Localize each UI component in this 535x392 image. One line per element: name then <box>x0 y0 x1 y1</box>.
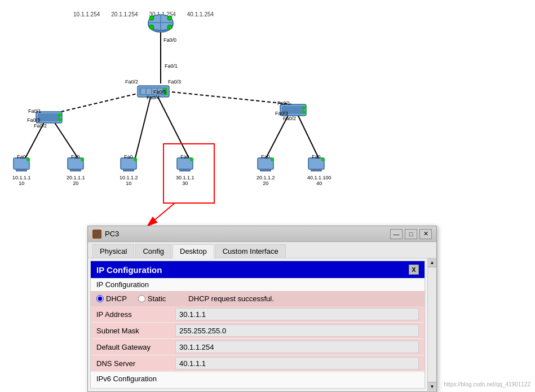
pc20-fa0-label: Fa0 <box>71 154 80 160</box>
pc-10-2-tag: 10 <box>120 180 138 186</box>
dns-server-value[interactable]: 40.1.1.1 <box>175 357 419 369</box>
svg-point-35 <box>302 111 306 114</box>
svg-point-19 <box>149 25 154 29</box>
dialog-tabs: Physical Config Desktop Custom Interface <box>88 242 436 258</box>
dhcp-status: DHCP request successful. <box>188 294 274 303</box>
fa02-label: Fa0/2 <box>125 79 138 85</box>
dialog-content: IP Configuration X IP Configuration DHCP… <box>88 258 436 391</box>
left-fa01-label: Fa0/1 <box>28 108 41 114</box>
svg-point-16 <box>167 16 172 20</box>
fa00-label: Fa0/0 <box>163 37 176 43</box>
pc-30-1-1-1[interactable]: 30.1.1.1 30 <box>176 157 194 186</box>
default-gateway-value[interactable]: 30.1.1.254 <box>175 341 419 353</box>
pc-10-1-1-2[interactable]: 10.1.1.2 10 <box>120 157 138 186</box>
tab-custom-interface[interactable]: Custom Interface <box>215 244 286 258</box>
dialog-titlebar: 🐾 PC3 — □ ✕ <box>88 226 436 242</box>
svg-rect-23 <box>147 89 151 94</box>
static-label: Static <box>148 294 166 303</box>
ip-10: 10.1.1.254 <box>73 11 100 17</box>
left-fa02-label: Fa0/2 <box>34 123 47 129</box>
ip-address-label: IP Address <box>96 310 175 319</box>
fa04-label: Fa0/4 <box>147 95 160 100</box>
pc-10-1-1-1-label: 10.1.1.1 <box>12 175 31 180</box>
scrollbar-down-btn[interactable]: ▼ <box>428 382 436 391</box>
svg-point-50 <box>271 158 274 161</box>
dhcp-radio[interactable] <box>96 295 104 302</box>
svg-point-41 <box>81 158 84 161</box>
ipv6-section: IPv6 Configuration <box>91 372 425 385</box>
svg-point-30 <box>58 113 61 117</box>
pc-20-1-1-2[interactable]: 20.1.1.2 20 <box>257 157 275 186</box>
minimize-button[interactable]: — <box>390 229 403 239</box>
ip-config-panel: IP Configuration X IP Configuration DHCP… <box>90 261 425 389</box>
svg-line-3 <box>135 95 151 158</box>
right-fa01-label: Fa0/1 <box>277 100 290 106</box>
watermark: https://blog.csdn.net/qq_41901122 <box>444 381 530 387</box>
subnet-mask-label: Subnet Mask <box>96 327 175 335</box>
svg-point-34 <box>302 106 306 109</box>
dhcp-label: DHCP <box>106 294 127 303</box>
svg-line-2 <box>166 91 292 104</box>
dialog-icon: 🐾 <box>92 230 101 239</box>
pc-10-1-1-1[interactable]: 10.1.1.1 10 <box>12 157 31 186</box>
svg-line-1 <box>56 91 147 113</box>
svg-rect-22 <box>141 89 145 94</box>
svg-point-31 <box>58 118 61 121</box>
fa01-label: Fa0/1 <box>165 63 178 69</box>
ip-20: 20.1.1.254 <box>111 11 138 17</box>
scrollbar-track[interactable] <box>428 267 436 382</box>
network-diagram: 10.1.1.254 20.1.1.254 30.1.1.254 40.1.1.… <box>0 0 535 237</box>
pc-20-1-1-1-label: 20.1.1.1 <box>67 175 85 180</box>
static-radio[interactable] <box>138 295 145 302</box>
pc10-fa0-label: Fa0 <box>17 154 26 160</box>
pc-20-2-tag: 20 <box>257 180 275 186</box>
fa05-label: Fa0/5 <box>153 89 166 95</box>
svg-rect-49 <box>260 169 271 171</box>
ip-labels-top: 10.1.1.254 20.1.1.254 30.1.1.254 40.1.1.… <box>73 11 214 17</box>
pc30-fa0-label: Fa0 <box>180 154 189 160</box>
svg-rect-29 <box>38 113 60 121</box>
ip-address-row: IP Address 30.1.1.1 <box>91 306 425 323</box>
dialog-controls: — □ ✕ <box>390 229 432 239</box>
svg-rect-40 <box>70 169 81 171</box>
subnet-mask-row: Subnet Mask 255.255.255.0 <box>91 323 425 339</box>
left-fa03-label: Fa0/3 <box>27 117 40 123</box>
pc-40-tag: 40 <box>307 180 331 186</box>
subnet-mask-value[interactable]: 255.255.255.0 <box>175 324 419 337</box>
pc-20-1-1-1[interactable]: 20.1.1.1 20 <box>67 157 85 186</box>
pc20-2-fa0-label: Fa0 <box>261 154 270 160</box>
svg-point-38 <box>26 158 30 161</box>
svg-point-17 <box>149 16 154 20</box>
default-gateway-label: Default Gateway <box>96 343 175 351</box>
svg-point-18 <box>167 25 172 29</box>
svg-point-53 <box>321 158 325 161</box>
tab-physical[interactable]: Physical <box>92 244 134 258</box>
pc-40-1-1-100[interactable]: 40.1.1.100 40 <box>307 157 331 186</box>
pc3-dialog: 🐾 PC3 — □ ✕ Physical Config Desktop Cust… <box>87 226 437 392</box>
pc10-2-fa0-label: Fa0 <box>124 154 133 160</box>
ip-config-header: IP Configuration X <box>91 261 425 278</box>
static-radio-label[interactable]: Static <box>138 294 166 303</box>
ip-address-value[interactable]: 30.1.1.1 <box>175 308 419 320</box>
ip-config-title: IP Configuration <box>96 265 162 275</box>
close-button[interactable]: ✕ <box>419 229 432 239</box>
svg-line-4 <box>157 95 189 158</box>
scrollbar-up-btn[interactable]: ▲ <box>428 258 436 267</box>
svg-rect-37 <box>16 169 27 171</box>
ip-40: 40.1.1.254 <box>187 11 214 17</box>
router-main[interactable] <box>147 10 175 40</box>
pc-30-1-1-1-label: 30.1.1.1 <box>176 175 194 180</box>
default-gateway-row: Default Gateway 30.1.1.254 <box>91 339 425 355</box>
pc-10-1-1-2-label: 10.1.1.2 <box>120 175 138 180</box>
svg-line-10 <box>147 203 175 227</box>
tab-config[interactable]: Config <box>135 244 171 258</box>
svg-point-47 <box>190 158 193 161</box>
ip-config-subheader: IP Configuration <box>91 278 425 291</box>
dhcp-radio-label[interactable]: DHCP <box>96 294 127 303</box>
svg-rect-52 <box>311 169 322 171</box>
svg-point-44 <box>134 158 137 161</box>
maximize-button[interactable]: □ <box>405 229 417 239</box>
tab-desktop[interactable]: Desktop <box>173 244 214 258</box>
ip-config-close-btn[interactable]: X <box>409 265 419 275</box>
svg-rect-46 <box>179 169 191 171</box>
